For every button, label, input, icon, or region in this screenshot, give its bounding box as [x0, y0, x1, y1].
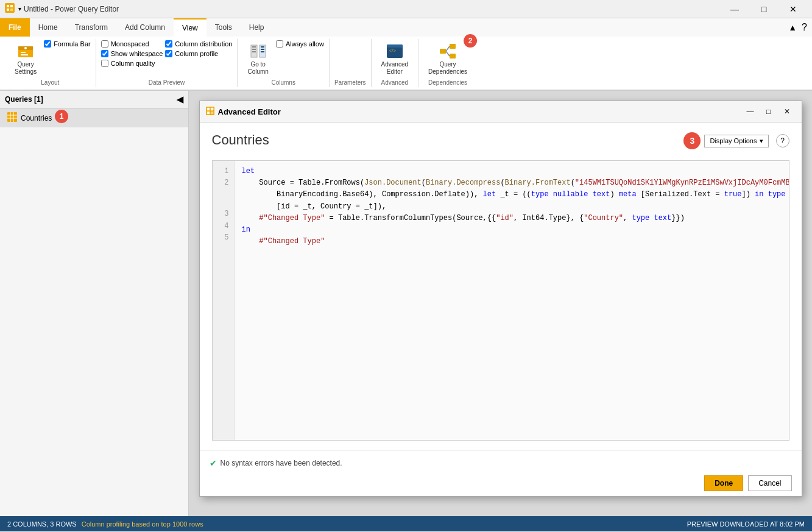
monospaced-row: Monospaced [101, 39, 163, 49]
svg-rect-8 [21, 52, 26, 53]
syntax-status: ✔ No syntax errors have been detected. [210, 456, 792, 470]
tab-transform[interactable]: Transform [66, 18, 116, 37]
always-allow-checkbox[interactable] [276, 40, 283, 48]
status-profiling: Column profiling based on top 1000 rows [82, 520, 203, 528]
dependencies-label: Dependencies [423, 78, 472, 87]
column-distribution-checkbox[interactable] [165, 40, 172, 48]
column-profile-checkbox[interactable] [165, 50, 172, 57]
close-button[interactable]: ✕ [779, 0, 807, 18]
app-icon [5, 3, 15, 15]
check-icon: ✔ [210, 458, 217, 468]
ribbon-tab-list: File Home Transform Add Column View Tool… [0, 18, 812, 37]
column-quality-checkbox[interactable] [101, 60, 108, 67]
ribbon-collapse-icon[interactable]: ▲ [788, 23, 797, 32]
ribbon-group-columns: Go toColumn Always allow Columns [238, 39, 329, 87]
column-quality-label: Column quality [111, 60, 155, 67]
svg-rect-9 [21, 54, 28, 55]
always-allow-area: Always allow [276, 39, 324, 49]
query-settings-label: QuerySettings [15, 61, 37, 76]
window-title: Untitled - Power Query Editor [24, 5, 721, 13]
data-preview-checkboxes: Monospaced Show whitespace Column qualit… [101, 39, 163, 68]
ribbon-group-layout: QuerySettings Formula Bar Layout [5, 39, 96, 87]
query-settings-button[interactable]: QuerySettings [10, 39, 41, 78]
svg-line-24 [446, 46, 450, 51]
svg-rect-1 [7, 5, 9, 7]
tab-home[interactable]: Home [30, 18, 66, 37]
column-distribution-row: Column distribution [165, 39, 232, 49]
go-to-column-button[interactable]: Go toColumn [242, 39, 273, 78]
svg-rect-12 [252, 49, 256, 50]
countries-table-icon [7, 112, 17, 124]
line-num-1: 1 [215, 166, 231, 177]
svg-rect-4 [10, 9, 13, 11]
ribbon: File Home Transform Add Column View Tool… [0, 18, 812, 91]
badge-3-area: 3 Display Options ▾ ? [683, 132, 789, 149]
svg-rect-16 [261, 49, 264, 50]
layout-label: Layout [10, 78, 91, 87]
svg-point-7 [24, 47, 27, 49]
svg-rect-3 [7, 9, 9, 11]
ribbon-group-data-preview: Monospaced Show whitespace Column qualit… [96, 39, 238, 87]
status-left: 2 COLUMNS, 3 ROWS Column profiling based… [7, 520, 203, 528]
dialog-body: Countries 3 Display Options ▾ ? [200, 122, 802, 450]
svg-rect-0 [5, 3, 15, 13]
code-content[interactable]: let Source = Table.FromRows(Json.Documen… [235, 161, 789, 440]
query-settings-icon [16, 41, 35, 61]
query-item-countries[interactable]: 1 Countries [0, 108, 188, 127]
svg-rect-23 [450, 54, 456, 59]
column-distribution-label: Column distribution [175, 40, 232, 48]
done-button[interactable]: Done [704, 475, 743, 491]
svg-rect-34 [207, 111, 209, 113]
always-allow-row: Always allow [276, 39, 324, 49]
parameters-group-content [334, 39, 366, 78]
query-item-label: Countries [21, 114, 52, 122]
formula-bar-checkbox[interactable] [44, 40, 51, 48]
query-dependencies-icon [438, 41, 457, 61]
monospaced-label: Monospaced [111, 40, 149, 48]
cancel-button[interactable]: Cancel [748, 475, 791, 491]
dialog-help-button[interactable]: ? [776, 134, 789, 147]
status-columns-rows: 2 COLUMNS, 3 ROWS [7, 520, 77, 528]
main-area: Queries [1] ◀ 1 Countries [0, 91, 812, 516]
advanced-editor-dialog: Advanced Editor — □ ✕ Countries 3 [199, 101, 802, 497]
column-quality-row: Column quality [101, 59, 163, 68]
dialog-maximize-button[interactable]: □ [760, 105, 777, 118]
ribbon-content: QuerySettings Formula Bar Layout Monospa… [0, 37, 812, 90]
tab-help[interactable]: Help [241, 18, 273, 37]
query-dependencies-button[interactable]: QueryDependencies 2 [423, 39, 472, 78]
tab-file[interactable]: File [0, 18, 30, 37]
advanced-group-content: </> AdvancedEditor [376, 39, 413, 78]
syntax-message: No syntax errors have been detected. [221, 459, 342, 467]
badge-1: 1 [55, 110, 68, 123]
tab-add-column[interactable]: Add Column [116, 18, 174, 37]
code-editor[interactable]: 1 2 3 4 5 let Source = Table.FromRows(Js… [212, 160, 789, 441]
dialog-close-button[interactable]: ✕ [778, 105, 796, 118]
sidebar-collapse-button[interactable]: ◀ [177, 94, 183, 104]
ribbon-help-area: ▲ ? [788, 18, 812, 37]
show-whitespace-checkbox[interactable] [101, 50, 108, 57]
formula-bar-label: Formula Bar [54, 40, 91, 48]
line-num-4: 4 [215, 221, 231, 232]
advanced-editor-icon: </> [385, 41, 404, 61]
badge-3: 3 [683, 132, 701, 149]
display-options-button[interactable]: Display Options ▾ [704, 135, 768, 147]
ribbon-group-parameters: Parameters [330, 39, 372, 87]
formula-bar-checkbox-area: Formula Bar [44, 39, 91, 49]
maximize-button[interactable]: □ [750, 0, 778, 18]
svg-rect-32 [207, 107, 209, 110]
tab-tools[interactable]: Tools [207, 18, 241, 37]
help-question-icon[interactable]: ? [802, 22, 807, 33]
tab-view[interactable]: View [174, 18, 207, 37]
go-to-column-icon [249, 41, 268, 61]
minimize-button[interactable]: — [721, 0, 749, 18]
query-dependencies-label: QueryDependencies [428, 61, 467, 76]
dialog-minimize-button[interactable]: — [742, 105, 759, 118]
show-whitespace-label: Show whitespace [111, 50, 163, 57]
advanced-editor-button[interactable]: </> AdvancedEditor [376, 39, 413, 78]
svg-rect-26 [7, 112, 17, 122]
always-allow-label: Always allow [286, 40, 324, 48]
data-preview-group-content: Monospaced Show whitespace Column qualit… [101, 39, 233, 78]
content-area: Advanced Editor — □ ✕ Countries 3 [189, 91, 812, 516]
formula-bar-row: Formula Bar [44, 39, 91, 49]
monospaced-checkbox[interactable] [101, 40, 108, 48]
